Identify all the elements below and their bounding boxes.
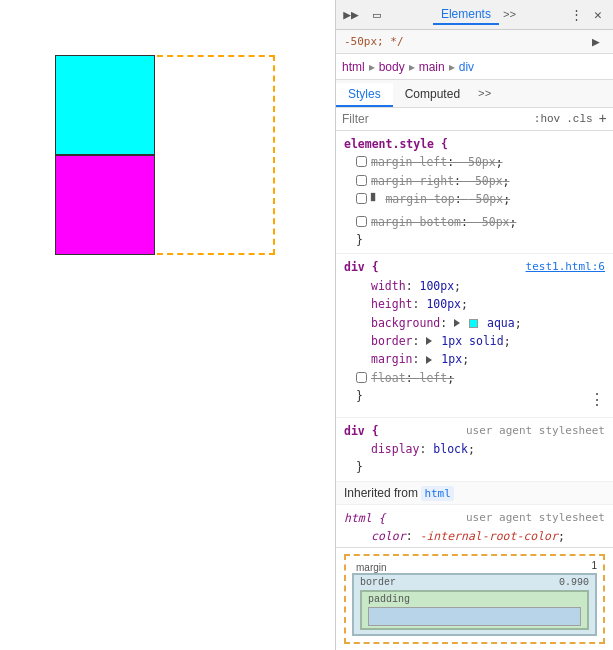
devtools-icons: ▶▶ ▭ — [340, 4, 388, 26]
rule-more-icon[interactable]: ⋮ — [581, 387, 605, 413]
background-triangle[interactable] — [454, 319, 460, 327]
inherited-from-html: Inherited from html — [336, 482, 613, 505]
margin-triangle[interactable] — [426, 356, 432, 364]
tab-styles[interactable]: Styles — [336, 83, 393, 107]
checkbox-margin-bottom[interactable] — [356, 216, 367, 227]
style-tab-more[interactable]: >> — [472, 84, 497, 104]
border-value: 0.990 — [559, 577, 589, 588]
filter-add-icon[interactable]: + — [599, 111, 607, 127]
filter-hov[interactable]: :hov — [534, 113, 560, 125]
box-padding: padding — [360, 590, 589, 630]
devtools-main-tabs: Elements >> — [388, 5, 565, 25]
breadcrumb-bar: -50px; */ ▶ — [336, 30, 613, 54]
css-prop-display: display: block; — [344, 440, 605, 458]
box-model-container: margin 1 border 0.990 padding — [344, 554, 605, 644]
div-rule-footer: } ⋮ — [344, 387, 605, 413]
devtools-topbar: ▶▶ ▭ Elements >> ⋮ ✕ — [336, 0, 613, 30]
close-devtools-icon[interactable]: ✕ — [587, 4, 609, 26]
breadcrumb-text: -50px; */ — [344, 35, 404, 48]
devtools-panel: ▶▶ ▭ Elements >> ⋮ ✕ -50px; */ ▶ html ▸ … — [335, 0, 613, 650]
div-rule-header: div { test1.html:6 — [344, 258, 605, 276]
css-prop-float: float: left; — [344, 369, 605, 387]
css-prop-margin-bottom: margin-bottom: -50px; — [344, 213, 605, 231]
styles-content: element.style { margin-left: -50px; marg… — [336, 131, 613, 547]
box-padding-label-row: padding — [368, 594, 581, 605]
source-link[interactable]: test1.html:6 — [526, 260, 605, 273]
element-style-close-brace: } — [344, 231, 605, 249]
inherited-tag: html — [421, 486, 454, 501]
css-prop-background: background: aqua; — [344, 314, 605, 332]
background-swatch[interactable] — [469, 319, 478, 328]
path-div[interactable]: div — [459, 60, 474, 74]
box-content — [368, 607, 581, 626]
more-tabs-btn[interactable]: >> — [499, 7, 520, 23]
element-style-rule: element.style { margin-left: -50px; marg… — [336, 131, 613, 254]
canvas-panel — [0, 0, 335, 650]
css-prop-border: border: 1px solid; — [344, 332, 605, 350]
css-prop-margin-left: margin-left: -50px; — [344, 153, 605, 171]
checkbox-margin-right[interactable] — [356, 175, 367, 186]
path-sep-2: ▸ — [409, 60, 415, 74]
device-icon[interactable]: ▭ — [366, 4, 388, 26]
border-label: border — [360, 577, 396, 588]
styles-computed-tabs: Styles Computed >> — [336, 80, 613, 108]
filter-input[interactable] — [342, 112, 528, 126]
path-main[interactable]: main — [419, 60, 445, 74]
element-style-selector: element.style { — [344, 135, 605, 153]
checkbox-float[interactable] — [356, 372, 367, 383]
div-ua-rule: div { user agent stylesheet display: blo… — [336, 418, 613, 482]
more-options-icon[interactable]: ⋮ — [565, 4, 587, 26]
css-prop-margin-top: ▘ margin-top: -50px; — [344, 190, 605, 212]
magenta-div — [55, 155, 155, 255]
element-path: html ▸ body ▸ main ▸ div — [336, 54, 613, 80]
box-margin-row: margin 1 — [352, 560, 597, 571]
path-html[interactable]: html — [342, 60, 365, 74]
html-ua-rule: html { user agent stylesheet color: -int… — [336, 505, 613, 547]
path-sep-1: ▸ — [369, 60, 375, 74]
margin-value: 1 — [591, 560, 597, 571]
filter-cls[interactable]: .cls — [566, 113, 592, 125]
checkbox-margin-top[interactable] — [356, 193, 367, 204]
css-prop-margin-right: margin-right: -50px; — [344, 172, 605, 190]
tab-elements[interactable]: Elements — [433, 5, 499, 25]
breadcrumb-more-icon[interactable]: ▶ — [585, 31, 607, 53]
tab-computed[interactable]: Computed — [393, 83, 472, 107]
css-prop-margin: margin: 1px; — [344, 350, 605, 368]
path-sep-3: ▸ — [449, 60, 455, 74]
css-prop-color: color: -internal-root-color; — [344, 527, 605, 545]
div-ua-header: div { user agent stylesheet — [344, 422, 605, 440]
checkbox-margin-left[interactable] — [356, 156, 367, 167]
inspect-icon[interactable]: ▶▶ — [340, 4, 362, 26]
box-border-row: border 0.990 — [360, 577, 589, 588]
div-rule-close-brace: } — [344, 387, 363, 413]
padding-label: padding — [368, 594, 410, 605]
path-body[interactable]: body — [379, 60, 405, 74]
cyan-div — [55, 55, 155, 155]
box-model-section: margin 1 border 0.990 padding — [336, 547, 613, 650]
margin-label: margin — [356, 562, 387, 573]
html-ua-header: html { user agent stylesheet — [344, 509, 605, 527]
border-triangle[interactable] — [426, 337, 432, 345]
css-prop-width: width: 100px; — [344, 277, 605, 295]
box-border: border 0.990 padding — [352, 573, 597, 636]
filter-bar: :hov .cls + — [336, 108, 613, 131]
css-prop-height: height: 100px; — [344, 295, 605, 313]
div-ua-close-brace: } — [344, 458, 605, 476]
div-rule: div { test1.html:6 width: 100px; height:… — [336, 254, 613, 417]
